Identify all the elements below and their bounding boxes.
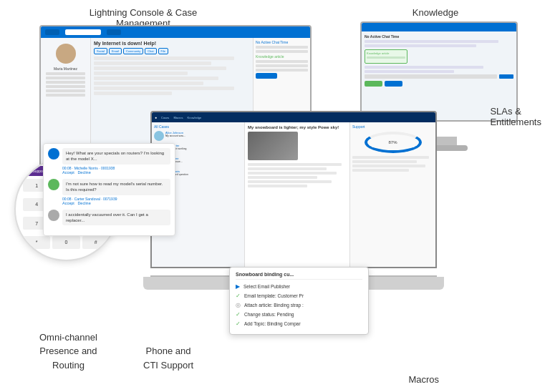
right-row-1 (352, 156, 429, 159)
phone-label: Phone and CTI Support (143, 344, 193, 372)
panel-row-3 (256, 60, 308, 63)
panel-row-1 (256, 46, 308, 49)
chat-content-2: I'm not sure how to read my model's seri… (62, 179, 170, 205)
chat-popup-item-2: I'm not sure how to read my model's seri… (48, 179, 170, 205)
omnichannel-label: Omni-channel Presence and Routing (39, 330, 97, 373)
chat-actions-1: Accept Decline (62, 170, 170, 175)
article-row-1 (248, 163, 342, 166)
knowledge-input (365, 74, 513, 79)
snowboard-item-5: ✓ Add Topic: Binding Compar (236, 320, 362, 327)
content-row-8 (94, 92, 172, 95)
chat-popup-item-1: Hey! What are your specials on routers? … (48, 148, 170, 175)
laptop-nav-cases[interactable]: Cases (161, 116, 169, 119)
laptop-screen-inner: ● Cases Macros Knowledge All Cases Alice… (152, 112, 435, 267)
right-row-3 (352, 165, 425, 167)
right-row-2 (352, 160, 417, 163)
phone-key-star[interactable]: * (23, 236, 50, 249)
knowledge-row-3 (365, 66, 483, 69)
knowledge-topbar (362, 23, 516, 31)
panel-row-2 (256, 50, 308, 53)
chat-text-4: Mark Davis Snowboard question (165, 170, 242, 177)
social-btn[interactable]: Social (94, 48, 107, 54)
chat-msg-3: Binding issue... (165, 160, 242, 164)
chat-bubble-1: Hey! What are your specials on routers? … (62, 148, 170, 165)
panel-row-5 (256, 69, 308, 72)
arrow-icon-1: ▶ (236, 283, 240, 290)
sidebar-field-4 (46, 85, 85, 88)
chat-bubble-2: I'm not sure how to read my model's seri… (62, 179, 170, 195)
support-label: Support (352, 124, 433, 129)
content-row-2 (94, 62, 211, 65)
laptop-right-panel: Support 87% (349, 122, 435, 267)
content-rows (94, 57, 250, 95)
right-row-4 (352, 169, 409, 172)
knowledge-accept-btn[interactable] (385, 81, 402, 87)
sidebar-field-2 (46, 77, 85, 79)
phone-key-hash[interactable]: # (82, 236, 110, 249)
laptop-screen: ● Cases Macros Knowledge All Cases Alice… (150, 111, 437, 268)
content-row-3 (94, 67, 226, 70)
knowledge-label: Knowledge (392, 7, 478, 18)
sidebar-field-1 (46, 72, 85, 75)
laptop-body: All Cases Alice Johnson My account was..… (152, 122, 435, 267)
panel-btn[interactable] (256, 73, 277, 79)
laptop-main: My snowboard is lighter; my style Powe s… (245, 122, 349, 267)
laptop-nav-knowledge[interactable]: Knowledge (188, 116, 202, 119)
snowboard-item-1: ▶ Select Email Publisher (236, 283, 362, 290)
chat-avatar-green-1 (48, 179, 59, 190)
chat-text-2: Bob Carter Device not working (165, 144, 242, 151)
content-row-1 (94, 57, 234, 60)
phone-key-0[interactable]: 0 (52, 236, 79, 249)
chat-avatar-1 (154, 131, 164, 141)
content-row-5 (94, 77, 218, 80)
panel-row-4 (256, 64, 308, 67)
screen-topbar (41, 26, 310, 38)
content-row-7 (94, 87, 234, 90)
chat-item-1: Alice Johnson My account was... (154, 131, 242, 141)
sidebar-name: Maria Martinez (44, 67, 87, 71)
laptop-img-dark (248, 132, 298, 160)
knowledge-green-box: Knowledge article (365, 49, 407, 64)
snowboard-text-4: Change status: Pending (244, 312, 294, 317)
knowledge-search-btn[interactable] (499, 74, 513, 79)
snowboard-item-4: ✓ Change status: Pending (236, 311, 362, 318)
main-container: Lightning Console & Case Management Know… (0, 0, 550, 392)
knowledge-ignore-btn[interactable] (365, 81, 382, 87)
chat-content-1: Hey! What are your specials on routers? … (62, 148, 170, 175)
laptop-logo: ● (155, 115, 157, 119)
check-icon-3: ✓ (236, 320, 241, 327)
article-row-3 (248, 172, 337, 175)
sidebar-field-3 (46, 81, 85, 84)
action-buttons: Social Email Community Chat File (94, 48, 250, 54)
chat-content-3: I accidentally vacuumed over it. Can I g… (62, 210, 170, 227)
laptop-topbar: ● Cases Macros Knowledge (152, 112, 435, 122)
knowledge-row-1 (365, 40, 498, 43)
sidebar-field-6 (46, 94, 85, 97)
knowledge-title: No Active Chat Time (365, 34, 513, 39)
macros-label: Macros (408, 374, 439, 385)
snowboard-text-2: Email template: Customer Pr (244, 293, 304, 298)
check-icon-2: ✓ (236, 311, 241, 318)
donut-chart: 87% (365, 132, 422, 153)
email-btn[interactable]: Email (109, 48, 122, 54)
chat-avatar-gray-1 (48, 210, 59, 221)
chat-text-1: Alice Johnson My account was... (165, 131, 242, 138)
snowboard-text-1: Select Email Publisher (243, 284, 290, 289)
knowledge-row-2 (365, 44, 476, 47)
knowledge-btn-row (365, 81, 513, 87)
chat-msg-2: Device not working (165, 147, 242, 151)
snowboard-popup: Snowboard binding cu... ▶ Select Email P… (229, 267, 369, 335)
chat-avatar-blue-1 (48, 148, 59, 160)
file-btn[interactable]: File (158, 48, 168, 54)
chat-bubble-3: I accidentally vacuumed over it. Can I g… (62, 210, 170, 226)
snowboard-text-5: Add Topic: Binding Compar (244, 321, 301, 326)
chat-btn[interactable]: Chat (145, 48, 156, 54)
laptop: ● Cases Macros Knowledge All Cases Alice… (143, 111, 444, 290)
knowledge-green-row (367, 57, 405, 59)
laptop-nav-macros[interactable]: Macros (173, 116, 183, 119)
all-cases-label: All Cases (154, 124, 242, 129)
knowledge-input-field[interactable] (365, 74, 497, 79)
community-btn[interactable]: Community (123, 48, 143, 54)
chat-actions-2: Accept Decline (62, 201, 170, 205)
main-screen-title: My Internet is down! Help! (94, 41, 250, 46)
